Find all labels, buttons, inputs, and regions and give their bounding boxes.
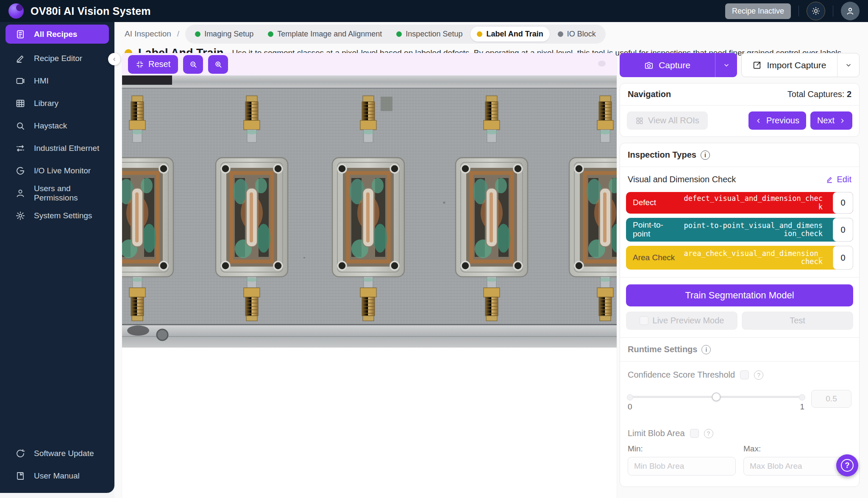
sidebar-item-users-permissions[interactable]: Users and Permissions [0, 182, 114, 204]
sidebar-item-all-recipes[interactable]: All Recipes [6, 25, 109, 44]
chevron-left-icon [755, 117, 762, 124]
step-label-and-train[interactable]: Label And Train [470, 27, 549, 42]
confidence-threshold-label: Confidence Score Threshold [628, 370, 735, 380]
zoom-in-button[interactable] [208, 55, 228, 74]
step-status-dot [396, 31, 402, 37]
step-status-dot [477, 31, 482, 37]
min-label: Min: [628, 444, 736, 453]
sidebar-item-haystack[interactable]: Haystack [0, 114, 114, 137]
inspection-types-card: Inspection Types i Visual and Dimension … [620, 143, 860, 487]
theme-toggle-button[interactable] [807, 2, 825, 20]
class-row-point-to-point[interactable]: Point-to-point point-to-point_visual_and… [626, 218, 853, 242]
capture-image[interactable] [122, 75, 617, 348]
help-fab-button[interactable]: ? [836, 454, 858, 476]
total-captures: Total Captures: 2 [787, 89, 851, 99]
runtime-settings-title: Runtime Settings [628, 345, 697, 354]
limit-blob-area-checkbox[interactable] [690, 429, 699, 438]
sidebar-item-label: Industrial Ethernet [34, 144, 99, 153]
live-preview-checkbox[interactable] [640, 316, 648, 325]
sidebar-item-user-manual[interactable]: User Manual [0, 465, 114, 487]
step-label: Label And Train [486, 30, 543, 39]
help-icon[interactable]: ? [704, 429, 713, 438]
sidebar-item-system-settings[interactable]: System Settings [0, 204, 114, 227]
confidence-slider-thumb[interactable] [712, 392, 721, 401]
reset-label: Reset [148, 59, 170, 69]
import-capture-button[interactable]: Import Capture [741, 53, 860, 77]
sidebar-item-software-update[interactable]: Software Update [0, 442, 114, 465]
capture-dropdown-toggle[interactable] [715, 53, 737, 77]
sidebar-item-library[interactable]: Library [0, 92, 114, 114]
next-capture-button[interactable]: Next [810, 111, 852, 130]
book-icon [15, 471, 25, 481]
inspection-side-panel: Capture [620, 53, 860, 487]
sidebar-item-io-live-monitor[interactable]: I/O Live Monitor [0, 159, 114, 182]
class-row-area-check[interactable]: Area Check area_check_visual_and_dimensi… [626, 246, 853, 270]
chevron-down-icon [845, 62, 852, 69]
gear-icon [15, 211, 25, 221]
workflow-steps: Imaging Setup Template Image and Alignme… [185, 25, 606, 44]
breadcrumb-separator: / [177, 29, 179, 39]
next-label: Next [817, 116, 835, 125]
canvas-toolbar: Reset [122, 53, 617, 75]
class-code: area_check_visual_and_dimension_check [683, 250, 823, 266]
confidence-slider-row: 0 1 [620, 382, 859, 412]
app-logo-icon [8, 3, 24, 19]
limit-blob-area-label: Limit Blob Area [628, 428, 685, 438]
step-label: Inspection Setup [406, 30, 462, 39]
total-captures-value: 2 [847, 89, 851, 99]
previous-capture-button[interactable]: Previous [748, 111, 806, 130]
sidebar-item-hmi[interactable]: HMI [0, 70, 114, 92]
chevron-left-icon [112, 57, 117, 62]
zoom-out-button[interactable] [183, 55, 203, 74]
confidence-threshold-checkbox[interactable] [740, 370, 749, 379]
zoom-out-icon [189, 60, 198, 69]
import-icon [752, 61, 762, 70]
capture-button[interactable]: Capture [620, 53, 737, 77]
confidence-slider-track[interactable] [628, 396, 804, 398]
app-title: OV80i AI Vision System [31, 5, 151, 17]
library-grid-icon [15, 98, 25, 109]
step-template-image-alignment[interactable]: Template Image and Alignment [262, 27, 388, 42]
live-preview-mode-toggle[interactable]: Live Preview Mode [626, 312, 737, 330]
previous-label: Previous [766, 116, 799, 125]
reset-view-button[interactable]: Reset [128, 55, 178, 74]
ethernet-arrows-icon [15, 143, 25, 153]
step-io-block[interactable]: IO Block [551, 27, 602, 42]
import-dropdown-toggle[interactable] [837, 53, 859, 77]
live-preview-label: Live Preview Mode [653, 316, 724, 326]
user-avatar[interactable] [841, 2, 860, 20]
train-segmentation-model-button[interactable]: Train Segmentation Model [626, 284, 853, 306]
sidebar-item-label: Recipe Editor [34, 54, 82, 63]
fit-view-icon [136, 60, 144, 69]
sidebar-collapse-button[interactable] [108, 53, 120, 65]
info-icon[interactable]: i [701, 345, 711, 354]
info-icon[interactable]: i [701, 150, 710, 160]
header-divider [798, 6, 799, 17]
min-blob-area-input[interactable] [628, 457, 736, 476]
step-inspection-setup[interactable]: Inspection Setup [390, 27, 469, 42]
sidebar-item-label: System Settings [34, 211, 92, 220]
class-label: Point-to-point [633, 221, 679, 239]
sidebar-item-industrial-ethernet[interactable]: Industrial Ethernet [0, 137, 114, 159]
help-icon[interactable]: ? [754, 370, 763, 380]
test-button[interactable]: Test [742, 312, 853, 330]
edit-classes-link[interactable]: Edit [826, 175, 851, 184]
class-count: 0 [833, 192, 853, 214]
monitor-icon [15, 76, 25, 86]
class-row-defect[interactable]: Defect defect_visual_and_dimension_check… [626, 192, 853, 214]
view-all-rois-button[interactable]: View All ROIs [627, 111, 708, 130]
max-label: Max: [743, 444, 851, 453]
class-count: 0 [833, 218, 853, 242]
navigation-card: Navigation Total Captures: 2 [620, 83, 860, 137]
slider-min-label: 0 [628, 402, 632, 412]
class-label: Area Check [633, 253, 675, 262]
sidebar-item-label: I/O Live Monitor [34, 166, 91, 175]
max-blob-area-input[interactable] [743, 457, 851, 476]
sidebar-item-recipe-editor[interactable]: Recipe Editor [0, 47, 114, 70]
navigation-title: Navigation [628, 89, 671, 99]
step-imaging-setup[interactable]: Imaging Setup [189, 27, 260, 42]
search-icon [15, 121, 25, 131]
breadcrumb-root[interactable]: AI Inspection [125, 29, 171, 39]
confidence-value-input[interactable] [811, 390, 851, 408]
sidebar-item-label: HMI [34, 76, 49, 86]
